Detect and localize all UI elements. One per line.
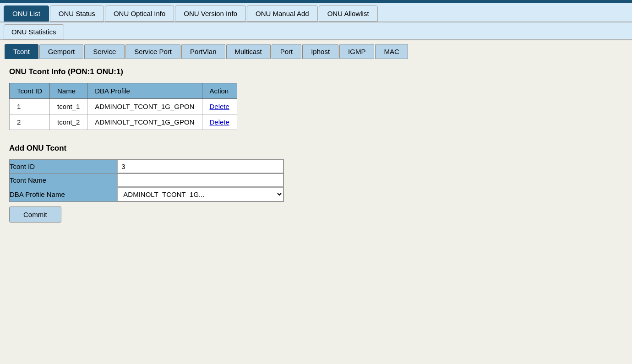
info-section-title: ONU Tcont Info (PON:1 ONU:1) bbox=[9, 67, 623, 76]
table-row: 1 tcont_1 ADMINOLT_TCONT_1G_GPON Delete bbox=[10, 99, 237, 114]
tab-onu-status[interactable]: ONU Status bbox=[50, 5, 104, 22]
tab-mac[interactable]: MAC bbox=[375, 44, 408, 59]
tcont-info-table: Tcont ID Name DBA Profile Action 1 tcont… bbox=[9, 83, 237, 130]
add-form-table: Tcont ID Tcont Name DBA Profile Name ADM… bbox=[9, 159, 284, 202]
col-tcont-id: Tcont ID bbox=[10, 83, 50, 99]
tab-onu-list[interactable]: ONU List bbox=[4, 5, 49, 22]
cell-action-1: Delete bbox=[202, 99, 237, 114]
delete-button-1[interactable]: Delete bbox=[210, 103, 229, 110]
main-tabs: ONU List ONU Status ONU Optical Info ONU… bbox=[0, 3, 632, 22]
tab-onu-optical-info[interactable]: ONU Optical Info bbox=[105, 5, 174, 22]
tcont-name-input[interactable] bbox=[117, 174, 283, 187]
tab-iphost[interactable]: Iphost bbox=[302, 44, 338, 59]
form-row-tcont-name: Tcont Name bbox=[10, 174, 284, 187]
table-row: 2 tcont_2 ADMINOLT_TCONT_1G_GPON Delete bbox=[10, 114, 237, 130]
cell-tcont-id-2: 2 bbox=[10, 114, 50, 130]
tab-service-port[interactable]: Service Port bbox=[125, 44, 180, 59]
tab-onu-version-info[interactable]: ONU Version Info bbox=[175, 5, 246, 22]
tab-port[interactable]: Port bbox=[272, 44, 302, 59]
tab-service[interactable]: Service bbox=[84, 44, 125, 59]
secondary-tabs-row: Tcont Gemport Service Service Port PortV… bbox=[0, 40, 632, 59]
tcont-id-input[interactable] bbox=[117, 160, 283, 173]
cell-tcont-id-1: 1 bbox=[10, 99, 50, 114]
content-area: ONU Tcont Info (PON:1 ONU:1) Tcont ID Na… bbox=[0, 59, 632, 231]
col-action: Action bbox=[202, 83, 237, 99]
delete-button-2[interactable]: Delete bbox=[210, 118, 229, 126]
tab-onu-allowlist[interactable]: ONU Allowlist bbox=[319, 5, 378, 22]
tab-igmp[interactable]: IGMP bbox=[339, 44, 374, 59]
tab-onu-manual-add[interactable]: ONU Manual Add bbox=[247, 5, 318, 22]
tab-onu-statistics[interactable]: ONU Statistics bbox=[4, 24, 64, 39]
cell-dba-profile-1: ADMINOLT_TCONT_1G_GPON bbox=[87, 99, 202, 114]
tcont-id-input-cell bbox=[117, 160, 284, 174]
cell-dba-profile-2: ADMINOLT_TCONT_1G_GPON bbox=[87, 114, 202, 130]
form-row-tcont-id: Tcont ID bbox=[10, 160, 284, 174]
tab-portvlan[interactable]: PortVlan bbox=[181, 44, 225, 59]
tcont-id-label: Tcont ID bbox=[10, 160, 117, 174]
dba-profile-select[interactable]: ADMINOLT_TCONT_1G... ADMINOLT_TCONT_10G.… bbox=[117, 187, 283, 201]
cell-name-1: tcont_1 bbox=[50, 99, 87, 114]
tcont-name-label: Tcont Name bbox=[10, 174, 117, 187]
cell-name-2: tcont_2 bbox=[50, 114, 87, 130]
tab-multicast[interactable]: Multicast bbox=[226, 44, 271, 59]
dba-profile-label: DBA Profile Name bbox=[10, 187, 117, 202]
dba-profile-select-cell: ADMINOLT_TCONT_1G... ADMINOLT_TCONT_10G.… bbox=[117, 187, 284, 202]
sub-tabs-row: ONU Statistics bbox=[0, 22, 632, 40]
form-row-dba-profile: DBA Profile Name ADMINOLT_TCONT_1G... AD… bbox=[10, 187, 284, 202]
tab-gemport[interactable]: Gemport bbox=[39, 44, 83, 59]
commit-button[interactable]: Commit bbox=[9, 206, 61, 223]
col-name: Name bbox=[50, 83, 87, 99]
col-dba-profile: DBA Profile bbox=[87, 83, 202, 99]
add-section-title: Add ONU Tcont bbox=[9, 144, 623, 153]
cell-action-2: Delete bbox=[202, 114, 237, 130]
tcont-name-input-cell bbox=[117, 174, 284, 187]
tab-tcont[interactable]: Tcont bbox=[5, 44, 38, 59]
